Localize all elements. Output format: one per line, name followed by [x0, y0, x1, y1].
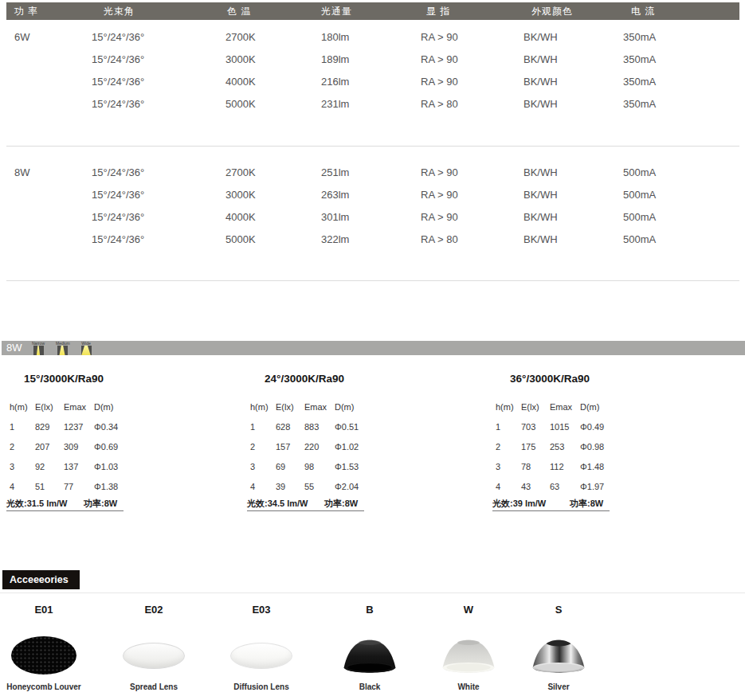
- beam-bar-power-label: 8W: [6, 341, 22, 355]
- photometric-value: 1237: [64, 422, 83, 432]
- beam-icon-medium: Medium: [56, 341, 69, 355]
- photometric-value: 253: [550, 442, 564, 452]
- photometric-data-row: 45177Φ1.38: [6, 482, 142, 493]
- photometric-value: Φ2.04: [335, 482, 359, 491]
- photometric-data-row: 43955Φ2.04: [247, 482, 382, 493]
- spec-power-cell: 8W: [14, 162, 30, 184]
- photometric-value: Φ0.34: [94, 422, 118, 432]
- accessory-caption: Honeycomb Louver: [0, 682, 100, 691]
- accessory-image-box: [314, 631, 425, 680]
- spec-table-row: 8W15°/24°/36°2700K251lmRA > 90BK/WH500mA: [0, 162, 745, 184]
- beam-cone-icon: [33, 346, 44, 355]
- photometric-value: 220: [304, 442, 319, 452]
- silver-reflector-image: [531, 636, 586, 675]
- photometric-value: 829: [35, 422, 49, 432]
- spec-cct-cell: 4000K: [225, 71, 256, 93]
- spec-cct-cell: 2700K: [225, 162, 256, 184]
- photometric-value: 1: [496, 422, 500, 432]
- spec-beam-cell: 15°/24°/36°: [92, 184, 144, 206]
- photometric-data-row: 44363Φ1.97: [492, 482, 628, 493]
- photometric-value: 703: [521, 422, 535, 432]
- photometric-value: 3: [250, 462, 255, 471]
- spec-column-header: 显 指: [426, 2, 450, 20]
- spec-cri-cell: RA > 90: [421, 49, 458, 71]
- spec-finish-cell: BK/WH: [523, 206, 558, 229]
- photometric-value: Φ1.97: [580, 482, 604, 491]
- photometric-value: 92: [35, 462, 45, 471]
- photometric-value: Φ0.69: [94, 442, 118, 452]
- photometric-table-title: 36°/3000K/Ra90: [510, 373, 590, 385]
- spec-power-cell: 6W: [14, 26, 30, 49]
- beam-cone-icon: [57, 346, 68, 355]
- spec-cct-cell: 3000K: [225, 49, 256, 71]
- photometric-value: 309: [64, 442, 78, 452]
- spec-finish-cell: BK/WH: [523, 184, 558, 206]
- accessory-item: E01Honeycomb Louver: [0, 604, 100, 698]
- accessories-section-label: Acceeeories: [2, 570, 80, 589]
- spec-beam-cell: 15°/24°/36°: [92, 26, 144, 49]
- photometric-value: Φ1.03: [94, 462, 118, 471]
- photometric-data-row: 2175253Φ0.98: [492, 442, 628, 453]
- lens-image: [230, 643, 292, 669]
- photometric-value: 4: [250, 482, 255, 491]
- photometric-column-header: D(m): [94, 402, 113, 412]
- photometric-value: 1: [250, 422, 255, 432]
- photometric-value: 51: [35, 482, 45, 491]
- photometric-value: Φ0.49: [580, 422, 604, 432]
- photometric-value: 69: [276, 462, 285, 471]
- photometric-data-row: 36998Φ1.53: [247, 462, 382, 473]
- photometric-table-footer: 光效:31.5 lm/W功率:8W: [6, 496, 124, 511]
- photometric-data-row: 378112Φ1.48: [492, 462, 628, 473]
- photometric-column-header: Emax: [64, 402, 86, 412]
- accessory-code: E01: [0, 604, 100, 616]
- photometric-table-header-row: h(m)E(lx)EmaxD(m): [247, 402, 382, 413]
- accessory-code: E02: [98, 604, 210, 616]
- photometric-value: 39: [276, 482, 285, 491]
- spec-flux-cell: 322lm: [321, 229, 349, 251]
- accessory-item: S Silver: [503, 604, 614, 698]
- spec-current-cell: 350mA: [623, 49, 656, 71]
- photometric-value: Φ1.02: [335, 442, 359, 452]
- photometric-table: 24°/3000K/Ra90h(m)E(lx)EmaxD(m)1628883Φ0…: [247, 366, 382, 522]
- photometric-column-header: E(lx): [521, 402, 539, 412]
- photometric-value: Φ1.48: [580, 462, 604, 471]
- photometric-table-header-row: h(m)E(lx)EmaxD(m): [492, 402, 628, 413]
- photometric-table-footer: 光效:34.5 lm/W功率:8W: [247, 496, 364, 511]
- accessory-image-box: [98, 631, 210, 680]
- spec-current-cell: 500mA: [623, 229, 656, 251]
- spec-table-row: 15°/24°/36°5000K322lmRA > 80BK/WH500mA: [0, 229, 745, 251]
- spec-beam-cell: 15°/24°/36°: [92, 71, 144, 93]
- power-label: 功率:8W: [84, 498, 117, 510]
- spec-flux-cell: 251lm: [321, 162, 349, 184]
- photometric-data-row: 2157220Φ1.02: [247, 442, 382, 453]
- accessory-caption: Diffusion Lens: [206, 682, 317, 691]
- spec-table-row: 15°/24°/36°3000K263lmRA > 90BK/WH500mA: [0, 184, 745, 206]
- spec-finish-cell: BK/WH: [523, 162, 558, 184]
- spec-finish-cell: BK/WH: [523, 93, 558, 115]
- photometric-value: 1: [10, 422, 14, 432]
- photometric-value: 628: [276, 422, 290, 432]
- accessory-caption: Spread Lens: [98, 682, 210, 691]
- photometric-data-row: 17031015Φ0.49: [492, 422, 628, 433]
- datasheet-page: 功 率光束角色 温光通量显 指外观颜色电 流 6W15°/24°/36°2700…: [0, 0, 745, 700]
- spec-table-header-row: 功 率光束角色 温光通量显 指外观颜色电 流: [6, 2, 739, 20]
- photometric-column-header: h(m): [250, 402, 269, 412]
- spec-column-header: 光通量: [321, 2, 352, 20]
- photometric-column-header: E(lx): [276, 402, 294, 412]
- spec-table-row: 15°/24°/36°4000K216lmRA > 90BK/WH350mA: [0, 71, 745, 93]
- photometric-value: 55: [304, 482, 314, 491]
- spec-current-cell: 350mA: [623, 71, 656, 93]
- photometric-column-header: D(m): [335, 402, 354, 412]
- spec-cct-cell: 2700K: [225, 26, 256, 49]
- spec-column-header: 电 流: [631, 2, 655, 20]
- accessory-code: B: [314, 604, 425, 616]
- beam-icon-glyph: [81, 346, 92, 355]
- photometric-value: 4: [10, 482, 14, 491]
- accessory-code: E03: [206, 604, 317, 616]
- section-divider: [6, 146, 739, 147]
- spec-cct-cell: 5000K: [225, 93, 256, 115]
- spec-flux-cell: 231lm: [321, 93, 349, 115]
- spec-cri-cell: RA > 90: [421, 26, 458, 49]
- photometric-value: 112: [550, 462, 564, 471]
- photometric-data-row: 392137Φ1.03: [6, 462, 142, 473]
